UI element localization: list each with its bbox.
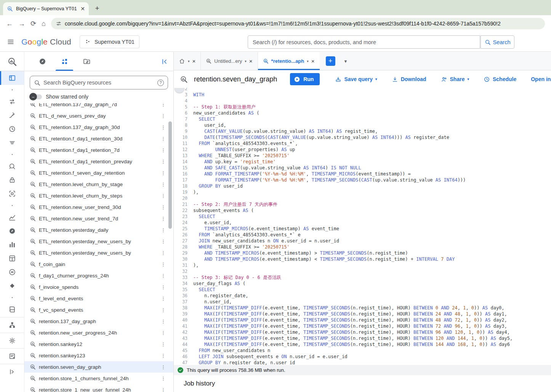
item-menu-kebab-icon[interactable]: ⋮ xyxy=(161,364,166,370)
item-menu-kebab-icon[interactable]: ⋮ xyxy=(161,170,166,176)
close-icon[interactable]: × xyxy=(311,58,315,64)
item-menu-kebab-icon[interactable]: ⋮ xyxy=(161,182,166,187)
editor-tab-untitled[interactable]: Untitled...ery ▾ × xyxy=(201,52,258,70)
tree-item[interactable]: ETL_retention.137_day_graph_7d⋮ xyxy=(24,103,173,110)
new-tab-button[interactable]: + xyxy=(326,56,335,66)
nav-expand-icon[interactable] xyxy=(0,365,24,379)
tree-item[interactable]: retention.seven_day_graph⋮ xyxy=(24,361,173,373)
run-button[interactable]: Run xyxy=(290,73,320,85)
item-menu-kebab-icon[interactable]: ⋮ xyxy=(161,147,166,153)
item-menu-kebab-icon[interactable]: ⋮ xyxy=(161,113,166,119)
explorer-tab-projects-folder-icon[interactable] xyxy=(75,52,98,71)
tree-item[interactable]: f_level_end_events⋮ xyxy=(24,293,173,304)
item-menu-kebab-icon[interactable]: ⋮ xyxy=(161,284,166,290)
job-history-header[interactable]: Job history xyxy=(174,375,551,392)
save-query-button[interactable]: Save query ▾ xyxy=(335,76,377,83)
nav-dataplex-icon[interactable] xyxy=(0,265,24,279)
nav-sitemap-icon[interactable] xyxy=(0,318,24,332)
tree-item[interactable]: ETL_retention.f_day1_retention_prevday⋮ xyxy=(24,156,173,167)
item-menu-kebab-icon[interactable]: ⋮ xyxy=(161,136,166,142)
item-menu-kebab-icon[interactable]: ⋮ xyxy=(161,250,166,256)
tree-item[interactable]: ETL_d_new_users_prev_day⋮ xyxy=(24,110,173,121)
tree-item[interactable]: ETL_retention.level_churn_by_steps⋮ xyxy=(24,190,173,201)
tree-item[interactable]: ETL_retention.new_user_trend_7d⋮ xyxy=(24,213,173,224)
chevron-down-icon[interactable]: ▾ xyxy=(188,59,190,63)
item-menu-kebab-icon[interactable]: ⋮ xyxy=(161,159,166,164)
tree-item[interactable]: retention.store_1_new_user_funnel_24h⋮ xyxy=(24,384,173,392)
tree-item[interactable]: f_invoice_spends⋮ xyxy=(24,281,173,293)
nav-migration-compass-icon[interactable] xyxy=(0,224,24,238)
tree-item[interactable]: ETL_retention.new_user_trend_30d⋮ xyxy=(24,201,173,213)
item-menu-kebab-icon[interactable]: ⋮ xyxy=(161,261,166,267)
home-icon[interactable]: ⌂ xyxy=(42,20,46,27)
address-bar[interactable]: console.cloud.google.com/bigquery?inv=1&… xyxy=(51,18,545,29)
nav-release-notes-icon[interactable] xyxy=(0,349,24,363)
nav-diamond-icon[interactable] xyxy=(0,279,24,293)
item-menu-kebab-icon[interactable]: ⋮ xyxy=(161,376,166,381)
item-menu-kebab-icon[interactable]: ⋮ xyxy=(161,330,166,336)
tree-item[interactable]: ETL_retention.level_churn_by_stage⋮ xyxy=(24,178,173,190)
starred-only-toggle[interactable]: – xyxy=(30,94,42,99)
nav-settings-gear-icon[interactable] xyxy=(0,334,24,347)
item-menu-kebab-icon[interactable]: ⋮ xyxy=(161,193,166,199)
nav-studio[interactable] xyxy=(0,71,24,85)
search-button[interactable]: Search xyxy=(481,35,514,49)
tree-item[interactable]: f_vc_spend_events⋮ xyxy=(24,304,173,316)
close-icon[interactable]: × xyxy=(249,58,253,64)
tree-item[interactable]: ETL_retention.f_day1_retention_30d⋮ xyxy=(24,133,173,144)
tree-item[interactable]: retention.sankey12⋮ xyxy=(24,338,173,350)
item-menu-kebab-icon[interactable]: ⋮ xyxy=(161,341,166,347)
site-controls-icon[interactable] xyxy=(56,21,62,27)
item-menu-kebab-icon[interactable]: ⋮ xyxy=(161,204,166,210)
sql-code-area[interactable]: 23WITH45-- Step 1: 获取新注册用户6new_user_cand… xyxy=(174,88,551,365)
new-tab-button[interactable]: + xyxy=(92,3,103,14)
refresh-icon[interactable]: ⟳ xyxy=(30,20,36,27)
project-selector-button[interactable]: Supernova YT01 xyxy=(80,35,139,48)
item-menu-kebab-icon[interactable]: ⋮ xyxy=(161,353,166,359)
browser-tab[interactable]: BigQuery – Supernova YT01 ✕ xyxy=(3,2,89,15)
tab-overflow-chevron-icon[interactable]: ▼ xyxy=(344,59,348,64)
share-button[interactable]: Share ▾ xyxy=(441,76,469,83)
nav-addins-icon[interactable] xyxy=(0,252,24,265)
nav-transfers-icon[interactable] xyxy=(0,95,24,108)
tree-item[interactable]: ETL_retention.yesterday_new_users_by⋮ xyxy=(24,247,173,258)
tree-item[interactable]: ETL_retention.f_day1_retention_7d⋮ xyxy=(24,144,173,156)
tree-item[interactable]: retention.new_user_progress_24h⋮ xyxy=(24,327,173,338)
tree-item[interactable]: ETL_retention.f_seven_day_retention⋮ xyxy=(24,167,173,178)
schedule-button[interactable]: Schedule xyxy=(484,76,516,83)
download-button[interactable]: Download xyxy=(392,76,426,83)
item-menu-kebab-icon[interactable]: ⋮ xyxy=(161,239,166,244)
item-menu-kebab-icon[interactable]: ⋮ xyxy=(161,103,166,107)
item-menu-kebab-icon[interactable]: ⋮ xyxy=(161,307,166,313)
nav-notebook-icon[interactable] xyxy=(0,303,24,316)
tree-item[interactable]: ETL_retention.yesterday_new_users_by⋮ xyxy=(24,236,173,247)
tab-close-icon[interactable]: ✕ xyxy=(80,6,85,12)
nav-data-canvas-icon[interactable] xyxy=(0,159,24,173)
tree-item[interactable]: ETL_retention.137_day_graph_30d⋮ xyxy=(24,121,173,133)
hamburger-menu-icon[interactable] xyxy=(7,38,14,46)
item-menu-kebab-icon[interactable]: ⋮ xyxy=(161,319,166,324)
chevron-down-icon[interactable]: ▾ xyxy=(245,59,247,63)
explorer-tab-resources-icon[interactable] xyxy=(53,52,75,71)
tree-item[interactable]: retention.137_day_graph⋮ xyxy=(24,316,173,327)
explorer-tab-featured-compass-icon[interactable] xyxy=(31,52,53,71)
nav-pipelines-icon[interactable] xyxy=(0,108,24,122)
item-menu-kebab-icon[interactable]: ⋮ xyxy=(161,124,166,130)
global-search-input[interactable]: Search (/) for resources, docs, products… xyxy=(248,35,480,49)
tree-item[interactable]: retention.sankey123⋮ xyxy=(24,350,173,361)
item-menu-kebab-icon[interactable]: ⋮ xyxy=(161,387,166,392)
item-menu-kebab-icon[interactable]: ⋮ xyxy=(161,216,166,221)
nav-analytics-icon[interactable] xyxy=(0,210,24,224)
google-cloud-logo[interactable]: Google Cloud xyxy=(21,37,71,46)
forward-icon[interactable]: → xyxy=(18,20,25,27)
close-icon[interactable]: × xyxy=(192,58,196,64)
open-in-button[interactable]: Open in ▾ xyxy=(531,76,551,82)
help-icon[interactable]: ? xyxy=(157,80,164,86)
bigquery-resource-search-input[interactable]: Search BigQuery resources ? xyxy=(30,76,168,89)
collapse-panel-icon[interactable] xyxy=(160,58,168,65)
editor-tab-retention-seven-day-graph[interactable]: *retentio...aph ▾ × xyxy=(258,52,320,70)
item-menu-kebab-icon[interactable]: ⋮ xyxy=(161,227,166,233)
nav-partner-center-icon[interactable] xyxy=(0,238,24,252)
nav-frame-icon[interactable] xyxy=(0,187,24,201)
editor-tab-home[interactable]: ▾ × xyxy=(174,52,201,70)
